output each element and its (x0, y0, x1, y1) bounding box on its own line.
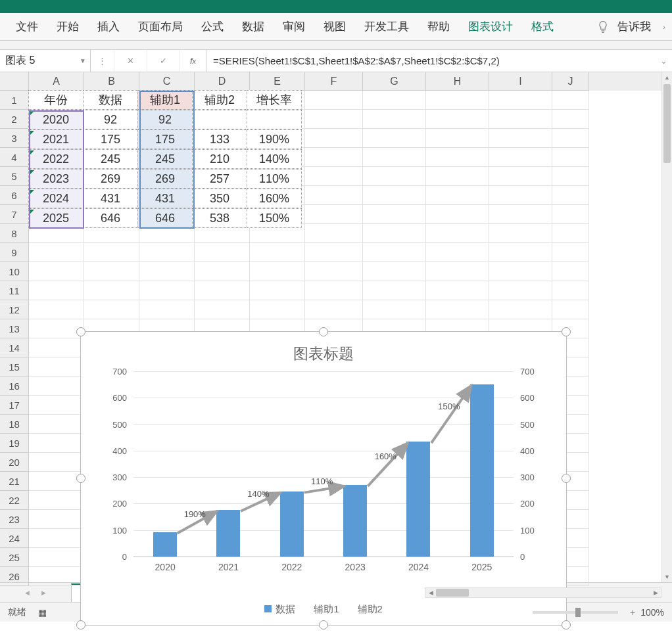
scroll-left-icon[interactable]: ◀ (425, 588, 436, 597)
cell[interactable] (29, 262, 84, 281)
cell[interactable] (363, 186, 426, 205)
table-cell[interactable]: 2023 (28, 169, 84, 189)
row-header-4[interactable]: 4 (0, 148, 29, 167)
cell[interactable] (195, 243, 250, 262)
cell[interactable] (29, 491, 84, 510)
row-header-16[interactable]: 16 (0, 377, 29, 396)
cell[interactable] (426, 91, 489, 110)
table-cell[interactable]: 2021 (28, 129, 84, 149)
row-header-25[interactable]: 25 (0, 548, 29, 567)
cell[interactable] (363, 148, 426, 167)
col-header-F[interactable]: F (305, 72, 363, 91)
table-cell[interactable]: 245 (137, 149, 193, 169)
cell[interactable] (363, 205, 426, 224)
cell[interactable] (305, 129, 363, 148)
table-cell[interactable] (247, 110, 302, 129)
macro-record-icon[interactable]: ▦ (38, 607, 47, 618)
chart-legend[interactable]: 数据 辅助1 辅助2 (81, 603, 566, 616)
cell[interactable] (29, 396, 84, 415)
table-cell[interactable]: 2025 (28, 208, 84, 228)
cell[interactable] (195, 300, 250, 319)
cell[interactable] (552, 205, 589, 224)
y-axis-secondary[interactable]: 0100200300400500600700 (516, 371, 540, 557)
table-cell[interactable] (192, 110, 247, 129)
cell[interactable] (489, 167, 552, 186)
table-cell[interactable]: 年份 (28, 90, 84, 110)
cell[interactable] (363, 243, 426, 262)
cell[interactable] (29, 357, 84, 377)
table-cell[interactable]: 210 (192, 149, 247, 169)
row-header-6[interactable]: 6 (0, 186, 29, 205)
col-header-J[interactable]: J (552, 72, 589, 91)
formula-input[interactable]: =SERIES(Sheet1!$C$1,Sheet1!$A$2:$A$7,She… (206, 50, 655, 72)
cell[interactable] (305, 148, 363, 167)
tab-chart-design[interactable]: 图表设计 (459, 13, 522, 41)
chart-handle-nw[interactable] (76, 327, 85, 336)
cell[interactable] (552, 281, 589, 300)
cell[interactable] (250, 300, 305, 319)
row-header-8[interactable]: 8 (0, 224, 29, 243)
cell[interactable] (84, 243, 139, 262)
cell[interactable] (84, 281, 139, 300)
cell[interactable] (29, 472, 84, 491)
name-box[interactable]: 图表 5 ▼ (0, 50, 91, 72)
cell[interactable] (489, 91, 552, 110)
cell[interactable] (363, 224, 426, 243)
col-header-H[interactable]: H (426, 72, 489, 91)
chart-object[interactable]: 图表标题 0100200300400500600700 010020030040… (80, 331, 567, 626)
cell[interactable] (426, 110, 489, 129)
cell[interactable] (489, 262, 552, 281)
chart-handle-se[interactable] (562, 620, 571, 629)
cell[interactable] (305, 262, 363, 281)
row-header-19[interactable]: 19 (0, 434, 29, 453)
tab-developer[interactable]: 开发工具 (355, 13, 418, 41)
cell[interactable] (363, 129, 426, 148)
chart-handle-sw[interactable] (76, 620, 85, 629)
tab-formulas[interactable]: 公式 (192, 13, 233, 41)
cell[interactable] (139, 300, 195, 319)
chart-handle-s[interactable] (319, 620, 328, 629)
table-cell[interactable]: 431 (83, 189, 138, 208)
chart-bar[interactable] (343, 485, 367, 557)
table-cell[interactable]: 辅助1 (137, 90, 193, 110)
table-cell[interactable]: 245 (83, 149, 138, 169)
cell[interactable] (305, 186, 363, 205)
cell[interactable] (305, 91, 363, 110)
table-cell[interactable]: 646 (137, 208, 193, 228)
cell[interactable] (29, 453, 84, 472)
table-cell[interactable]: 431 (137, 189, 193, 208)
cancel-formula-button[interactable]: ✕ (114, 50, 147, 72)
cell[interactable] (29, 434, 84, 453)
accept-formula-button[interactable]: ✓ (147, 50, 180, 72)
table-cell[interactable]: 350 (192, 189, 247, 208)
table-cell[interactable]: 140% (247, 149, 302, 169)
cell[interactable] (426, 167, 489, 186)
chart-plot-area[interactable]: 0100200300400500600700 01002003004005006… (107, 371, 540, 572)
col-header-D[interactable]: D (195, 72, 250, 91)
fx-icon[interactable]: fx (180, 50, 206, 72)
cell[interactable] (305, 110, 363, 129)
cell[interactable] (139, 243, 195, 262)
row-header-14[interactable]: 14 (0, 338, 29, 357)
cell[interactable] (363, 262, 426, 281)
col-header-B[interactable]: B (84, 72, 139, 91)
sheet-nav[interactable]: ◄► (0, 589, 71, 597)
legend-item-1[interactable]: 数据 (264, 603, 295, 616)
cell[interactable] (305, 281, 363, 300)
row-header-7[interactable]: 7 (0, 205, 29, 224)
row-header-26[interactable]: 26 (0, 567, 29, 586)
table-cell[interactable]: 2024 (28, 189, 84, 208)
table-cell[interactable]: 257 (192, 169, 247, 189)
cell[interactable] (363, 281, 426, 300)
table-cell[interactable]: 175 (137, 129, 193, 149)
cell[interactable] (29, 548, 84, 567)
chart-bar[interactable] (216, 510, 240, 557)
chart-bar[interactable] (406, 442, 430, 557)
cell[interactable] (250, 262, 305, 281)
row-header-12[interactable]: 12 (0, 300, 29, 319)
cell[interactable] (552, 262, 589, 281)
chart-bars[interactable] (133, 371, 514, 557)
tab-page-layout[interactable]: 页面布局 (129, 13, 192, 41)
cell[interactable] (250, 281, 305, 300)
table-cell[interactable]: 269 (83, 169, 138, 189)
